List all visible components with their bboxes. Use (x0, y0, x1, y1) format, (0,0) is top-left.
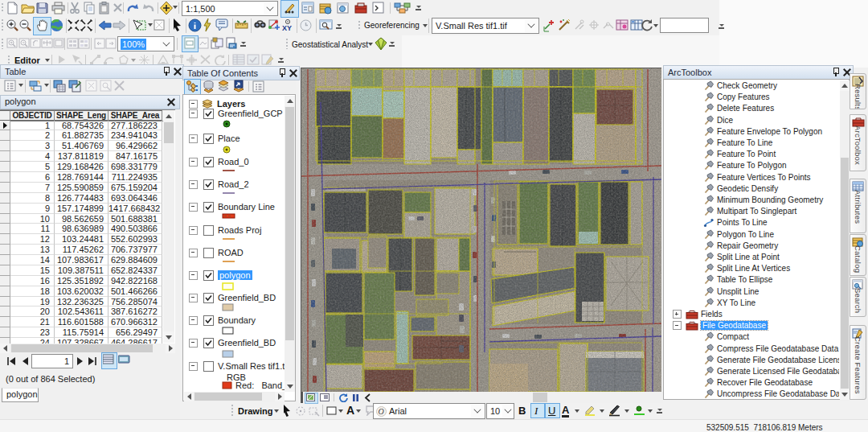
svg-text:O: O (379, 407, 384, 416)
svg-text:XY: XY (282, 24, 292, 32)
